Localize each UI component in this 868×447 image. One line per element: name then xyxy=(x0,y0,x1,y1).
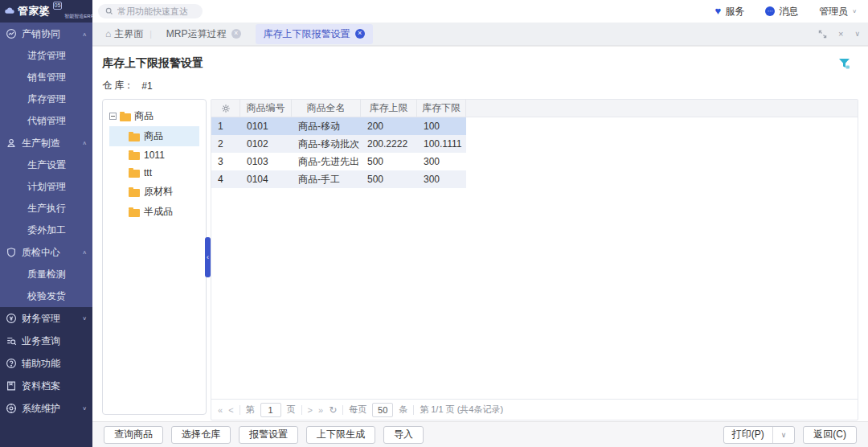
sidebar-item-xitongweihu[interactable]: 系统维护 ∨ xyxy=(0,397,92,420)
sidebar-item-shengchanzhizao[interactable]: 生产制造 ∧ xyxy=(0,132,92,154)
shield-icon xyxy=(6,247,17,258)
column-header-code[interactable]: 商品编号 xyxy=(240,100,292,117)
tab-mrp[interactable]: MRP运算过程 × xyxy=(158,24,249,44)
sidebar-item-weiwaijiagong[interactable]: 委外加工 xyxy=(0,219,92,241)
column-settings-button[interactable] xyxy=(211,100,240,117)
back-button[interactable]: 返回(C) xyxy=(803,426,857,444)
close-icon[interactable]: × xyxy=(355,29,365,39)
sidebar-item-chanxiaoxietong[interactable]: 产销协同 ∧ xyxy=(0,23,92,45)
sidebar-item-yewuchaxun[interactable]: 业务查询 xyxy=(0,330,92,352)
sidebar-item-jiaoyanfahuo[interactable]: 校验发货 xyxy=(0,285,92,307)
sidebar-item-label: 生产制造 xyxy=(22,137,60,150)
page-number-input[interactable] xyxy=(260,403,281,417)
cloud-logo-icon xyxy=(4,6,15,17)
chart-circle-icon xyxy=(6,28,17,39)
cell-rownum: 4 xyxy=(211,174,240,185)
page-suffix-label: 页 xyxy=(287,404,296,416)
prev-page-button[interactable]: < xyxy=(228,405,233,415)
column-header-upper[interactable]: 库存上限 xyxy=(361,100,417,117)
folder-icon xyxy=(129,209,140,217)
folder-icon xyxy=(120,113,131,121)
sidebar-item-jinhuo[interactable]: 进货管理 xyxy=(0,45,92,67)
folder-icon xyxy=(129,152,140,160)
collapse-minus-icon[interactable] xyxy=(109,113,117,120)
sidebar-item-xiaoshou[interactable]: 销售管理 xyxy=(0,67,92,88)
tab-inventory-alarm[interactable]: 库存上下限报警设置 × xyxy=(256,24,373,44)
sidebar-item-daixiao[interactable]: 代销管理 xyxy=(0,110,92,132)
worker-icon xyxy=(6,137,17,149)
sidebar-item-label: 质检中心 xyxy=(22,246,60,260)
refresh-icon[interactable]: ↻ xyxy=(329,404,337,416)
service-button[interactable]: ♥ 服务 xyxy=(714,5,744,18)
chevron-up-icon: ∧ xyxy=(82,140,87,146)
tree-item-1011[interactable]: 1011 xyxy=(109,146,199,164)
gear-target-icon xyxy=(6,403,17,414)
print-options-caret-icon[interactable]: ∨ xyxy=(772,427,795,443)
panel-collapse-handle[interactable]: ‹ xyxy=(205,237,211,277)
cell-upper: 200 xyxy=(361,121,417,132)
message-button[interactable]: ⋯ 消息 xyxy=(765,5,798,18)
sidebar-item-ziliaodangan[interactable]: 资料档案 xyxy=(0,375,92,397)
column-header-lower[interactable]: 库存下限 xyxy=(417,100,466,117)
table-header: 商品编号 商品全名 库存上限 库存下限 xyxy=(211,100,858,117)
tree-root-item[interactable]: 商品 xyxy=(109,109,199,123)
per-page-label: 每页 xyxy=(349,404,366,416)
cell-rownum: 1 xyxy=(211,121,240,132)
sidebar-item-shengchanzhixing[interactable]: 生产执行 xyxy=(0,198,92,219)
page-size-input[interactable] xyxy=(372,403,393,417)
column-header-name[interactable]: 商品全名 xyxy=(292,100,361,117)
search-input[interactable] xyxy=(117,6,195,16)
tree-item-ttt[interactable]: ttt xyxy=(109,164,199,182)
cell-code: 0102 xyxy=(240,138,292,150)
sidebar-item-caiwuguanli[interactable]: 财务管理 ∨ xyxy=(0,307,92,330)
tree-item-yuancailiao[interactable]: 原材料 xyxy=(109,182,199,202)
user-menu[interactable]: 管理员 ∨ xyxy=(819,5,857,18)
sidebar-item-zhijianzhongxin[interactable]: 质检中心 ∧ xyxy=(0,241,92,264)
table-row[interactable]: 3 0103 商品-先进先出 500 300 xyxy=(211,153,466,170)
query-goods-button[interactable]: 查询商品 xyxy=(104,426,163,444)
next-page-button[interactable]: > xyxy=(308,405,313,415)
cell-upper: 200.2222 xyxy=(361,138,417,150)
service-label: 服务 xyxy=(725,5,744,18)
close-all-icon[interactable]: × xyxy=(838,29,843,39)
sidebar: 管家婆 05 智能智造ERP 产销协同 ∧ 进货管理 销售管理 库存管理 代销管… xyxy=(0,0,92,447)
sidebar-item-kucun[interactable]: 库存管理 xyxy=(0,88,92,110)
print-button[interactable]: 打印(P) xyxy=(724,427,772,443)
divider xyxy=(342,405,343,415)
import-button[interactable]: 导入 xyxy=(383,426,424,444)
tab-home[interactable]: ⌂ 主界面 xyxy=(105,27,143,41)
logo-name: 管家婆 xyxy=(18,4,51,18)
warehouse-label: 仓 库： xyxy=(102,79,133,92)
filter-icon[interactable] xyxy=(838,58,850,72)
table-row[interactable]: 4 0104 商品-手工 500 300 xyxy=(211,170,466,188)
generate-limits-button[interactable]: 上下限生成 xyxy=(306,426,375,444)
sidebar-item-shengchanshezhi[interactable]: 生产设置 xyxy=(0,154,92,176)
table-row[interactable]: 2 0102 商品-移动批次 200.2222 100.1111 xyxy=(211,135,466,153)
bottom-toolbar: 查询商品 选择仓库 报警设置 上下限生成 导入 打印(P) ∨ 返回(C) xyxy=(92,421,868,447)
first-page-button[interactable]: « xyxy=(218,405,223,415)
category-tree-panel: 商品 商品 1011 ttt xyxy=(102,99,207,415)
select-warehouse-button[interactable]: 选择仓库 xyxy=(171,426,231,444)
sidebar-item-fuzhugongneng[interactable]: 辅助功能 xyxy=(0,352,92,375)
pagination-summary: 第 1/1 页 (共4条记录) xyxy=(420,404,503,416)
restore-icon[interactable] xyxy=(818,30,827,39)
cell-rownum: 2 xyxy=(211,138,240,150)
sidebar-item-zhiliangjiance[interactable]: 质量检测 xyxy=(0,264,92,285)
goods-table-panel: 商品编号 商品全名 库存上限 库存下限 1 0101 商品-移动 200 100 xyxy=(211,99,858,420)
print-split-button: 打印(P) ∨ xyxy=(723,426,796,444)
alarm-settings-button[interactable]: 报警设置 xyxy=(239,426,298,444)
table-row[interactable]: 1 0101 商品-移动 200 100 xyxy=(211,117,466,135)
tree-item-shangpin[interactable]: 商品 xyxy=(109,126,199,146)
sidebar-menu: 产销协同 ∧ 进货管理 销售管理 库存管理 代销管理 生产制造 ∧ 生产设置 计… xyxy=(0,23,92,447)
close-icon[interactable]: × xyxy=(231,29,241,39)
folder-icon xyxy=(129,170,140,178)
last-page-button[interactable]: » xyxy=(318,405,323,415)
cell-upper: 500 xyxy=(361,156,417,167)
tab-list-icon[interactable]: ∨ xyxy=(854,30,860,38)
quick-search[interactable] xyxy=(98,4,203,18)
tree-item-bancheng[interactable]: 半成品 xyxy=(109,202,199,222)
sidebar-item-jihuaguanli[interactable]: 计划管理 xyxy=(0,176,92,198)
sidebar-item-label: 业务查询 xyxy=(22,334,60,348)
topbar-actions: ♥ 服务 ⋯ 消息 管理员 ∨ xyxy=(714,5,857,18)
cell-name: 商品-移动 xyxy=(292,120,361,133)
